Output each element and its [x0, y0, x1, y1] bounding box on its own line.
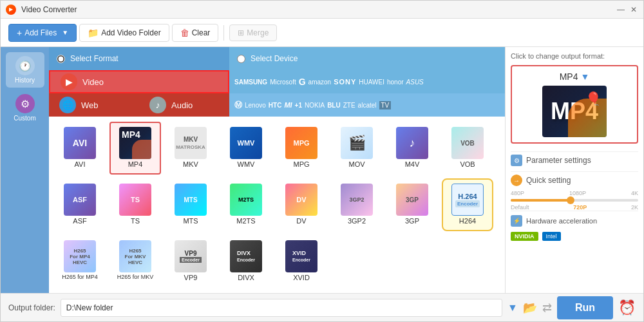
format-mpg[interactable]: MPG MPG [276, 122, 327, 175]
custom-button[interactable]: ⚙ Custom [6, 90, 44, 126]
add-folder-button[interactable]: 📁 Add Video Folder [79, 24, 169, 42]
audio-tab[interactable]: ♪ Audio [139, 93, 229, 117]
intel-badge: Intel [542, 232, 561, 241]
google-logo[interactable]: G [299, 77, 306, 87]
avi-thumb: AVI [64, 127, 96, 159]
asf-thumb: ASF [64, 184, 96, 216]
format-mp4[interactable]: MP4 MP4 [109, 122, 161, 175]
slider-fill [511, 199, 568, 202]
format-m4v[interactable]: ♪ M4V [386, 122, 438, 175]
format-m2ts[interactable]: M2TS M2TS [220, 178, 272, 231]
huawei-logo[interactable]: HUAWEI [359, 79, 384, 86]
format-asf[interactable]: ASF ASF [54, 178, 106, 231]
app-icon: ▶ [6, 5, 16, 15]
left-panel: 🕐 History ⚙ Custom [1, 47, 49, 293]
m4v-thumb: ♪ [396, 127, 428, 159]
format-mkv[interactable]: MKVMATROSKA MKV [165, 122, 216, 175]
zte-logo[interactable]: ZTE [343, 102, 355, 109]
add-files-button[interactable]: + Add Files ▼ [8, 24, 77, 42]
microsoft-logo[interactable]: Microsoft [270, 79, 296, 86]
samsung-logo[interactable]: SAMSUNG [234, 79, 267, 86]
speed-labels: 480P 1080P 4K [511, 190, 638, 196]
select-format-tab[interactable]: Select Format [49, 47, 229, 70]
motorola-logo[interactable]: Ⓜ [234, 100, 242, 111]
dv-thumb: DV [285, 184, 317, 216]
select-format-label: Select Format [70, 54, 118, 63]
format-avi[interactable]: AVI AVI [54, 122, 106, 175]
gpu-badges: NVIDIA Intel [511, 231, 638, 242]
format-wmv[interactable]: WMV WMV [220, 122, 272, 175]
format-vob[interactable]: VOB VOB [442, 122, 493, 175]
minimize-button[interactable]: — [616, 5, 625, 14]
sony-logo[interactable]: SONY [334, 78, 356, 86]
quality-slider-track [511, 199, 638, 202]
music-icon: ♪ [149, 97, 166, 113]
format-radio[interactable] [57, 55, 65, 63]
right-panel: Click to change output format: MP4 ▼ MP4… [505, 47, 643, 293]
format-grid: AVI AVI MP4 MP4 MKVMATROSKA MKV [49, 117, 505, 293]
3gp-thumb: 3GP [396, 184, 428, 216]
htc-logo[interactable]: HTC [269, 102, 282, 109]
lenovo-logo[interactable]: Lenovo [245, 102, 266, 109]
output-format-box[interactable]: MP4 ▼ MP4 🎈 [511, 65, 638, 144]
device-radio[interactable] [237, 55, 245, 63]
slider-thumb[interactable] [567, 196, 574, 204]
honor-logo[interactable]: honor [387, 79, 404, 86]
merge-icon: ⊞ [238, 28, 244, 37]
mi-logo[interactable]: MI [284, 101, 292, 109]
blu-logo[interactable]: BLU [327, 102, 341, 109]
title-bar: ▶ Video Converter — ✕ [1, 1, 643, 19]
asus-logo[interactable]: ASUS [406, 79, 424, 86]
format-dv[interactable]: DV DV [276, 178, 327, 231]
h264-thumb: H.264 Encoder [451, 184, 484, 216]
plus-icon: + [17, 28, 22, 38]
dropdown-arrow-icon: ▼ [62, 29, 68, 36]
output-path-input[interactable] [61, 299, 502, 317]
transfer-icon[interactable]: ⇄ [542, 301, 552, 315]
ts-thumb: TS [119, 184, 151, 216]
format-3gp[interactable]: 3GP 3GP [386, 178, 438, 231]
m2ts-thumb: M2TS [230, 184, 262, 216]
window-controls: — ✕ [616, 5, 638, 14]
nokia-logo[interactable]: NOKIA [305, 102, 325, 109]
browse-folder-icon[interactable]: ▼ [507, 302, 518, 314]
alcatel-logo[interactable]: alcatel [358, 102, 377, 109]
quick-setting-icon: → [511, 175, 522, 186]
history-button[interactable]: 🕐 History [6, 52, 44, 88]
h265mp4-thumb: H265For MP4HEVC [64, 240, 96, 272]
format-h265mkv[interactable]: H265For MKVHEVC H265 for MKV [109, 235, 161, 288]
run-button[interactable]: Run [557, 296, 613, 319]
video-tab[interactable]: ▶ Video [49, 70, 229, 93]
format-3gp2[interactable]: 3GP2 3GP2 [331, 178, 383, 231]
oneplus-logo[interactable]: +1 [295, 102, 302, 109]
dropdown-arrow: ▼ [580, 71, 589, 82]
vp9-thumb: VP9 Encoder [175, 240, 207, 272]
close-button[interactable]: ✕ [629, 5, 638, 14]
format-xvid[interactable]: XVIDEncoder XVID [276, 235, 327, 288]
amazon-logo[interactable]: amazon [308, 79, 332, 86]
tv-logo[interactable]: TV [379, 101, 392, 109]
format-h264[interactable]: H.264 Encoder H264 [442, 178, 493, 231]
mov-thumb: 🎬 [341, 127, 373, 159]
xvid-thumb: XVIDEncoder [285, 240, 317, 272]
output-format-name: MP4 ▼ [560, 71, 590, 82]
merge-button[interactable]: ⊞ Merge [229, 24, 277, 41]
play-icon: ▶ [61, 73, 77, 90]
alarm-icon[interactable]: ⏰ [618, 299, 636, 316]
clear-button[interactable]: 🗑 Clear [172, 24, 219, 42]
device-logos-bottom: Ⓜ Lenovo HTC MI +1 NOKIA BLU ZTE alcatel… [229, 93, 505, 117]
select-device-label: Select Device [251, 54, 298, 63]
select-device-tab[interactable]: Select Device [229, 47, 505, 70]
bottom-bar: Output folder: ▼ 📂 ⇄ Run ⏰ [1, 293, 643, 321]
format-ts[interactable]: TS TS [109, 178, 161, 231]
format-divx[interactable]: DIVXEncoder DIVX [220, 235, 272, 288]
open-folder-icon[interactable]: 📂 [523, 301, 537, 315]
mkv-thumb: MKVMATROSKA [175, 127, 207, 159]
format-mts[interactable]: MTS MTS [165, 178, 216, 231]
format-mov[interactable]: 🎬 MOV [331, 122, 383, 175]
format-vp9[interactable]: VP9 Encoder VP9 [165, 235, 216, 288]
parameter-settings-row[interactable]: ⚙ Parameter settings [511, 151, 638, 169]
format-h265mp4[interactable]: H265For MP4HEVC H265 for MP4 [54, 235, 106, 288]
web-tab[interactable]: 🌐 Web [49, 93, 139, 117]
wmv-thumb: WMV [230, 127, 262, 159]
